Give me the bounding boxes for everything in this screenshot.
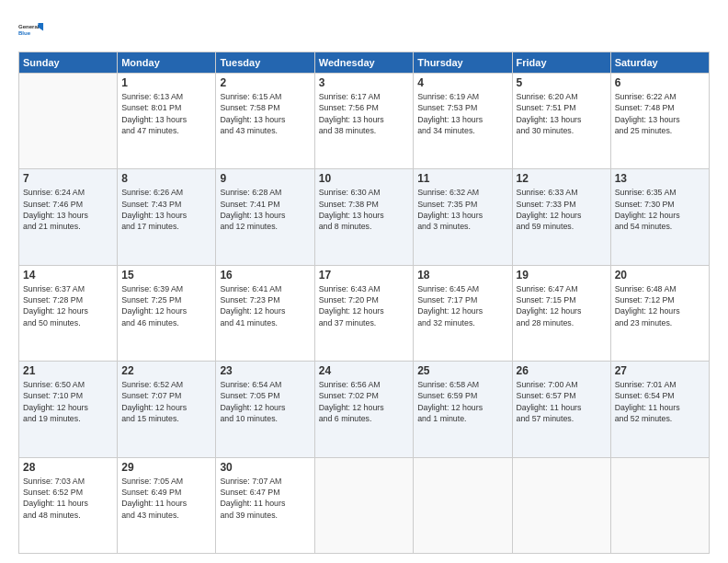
calendar-cell: 25Sunrise: 6:58 AM Sunset: 6:59 PM Dayli… [414, 362, 512, 457]
day-number: 30 [220, 461, 310, 474]
calendar-cell [610, 457, 709, 553]
day-number: 15 [121, 269, 211, 282]
day-info: Sunrise: 6:43 AM Sunset: 7:20 PM Dayligh… [319, 283, 409, 328]
day-info: Sunrise: 6:15 AM Sunset: 7:58 PM Dayligh… [220, 91, 310, 136]
calendar-cell: 12Sunrise: 6:33 AM Sunset: 7:33 PM Dayli… [512, 169, 610, 265]
day-number: 27 [615, 364, 705, 377]
calendar-cell: 14Sunrise: 6:37 AM Sunset: 7:28 PM Dayli… [19, 265, 118, 361]
day-number: 22 [121, 364, 211, 377]
day-number: 8 [121, 172, 211, 185]
day-info: Sunrise: 6:48 AM Sunset: 7:12 PM Dayligh… [615, 283, 705, 328]
calendar-cell: 22Sunrise: 6:52 AM Sunset: 7:07 PM Dayli… [118, 362, 216, 457]
calendar-header: SundayMondayTuesdayWednesdayThursdayFrid… [19, 52, 710, 74]
day-info: Sunrise: 6:17 AM Sunset: 7:56 PM Dayligh… [319, 91, 409, 136]
weekday-monday: Monday [118, 52, 216, 74]
weekday-wednesday: Wednesday [314, 52, 413, 74]
calendar-cell [314, 457, 413, 553]
svg-text:General: General [18, 24, 40, 29]
calendar-cell: 2Sunrise: 6:15 AM Sunset: 7:58 PM Daylig… [216, 74, 314, 169]
day-info: Sunrise: 7:07 AM Sunset: 6:47 PM Dayligh… [220, 476, 310, 521]
day-number: 3 [319, 76, 409, 89]
calendar-cell: 30Sunrise: 7:07 AM Sunset: 6:47 PM Dayli… [216, 457, 314, 553]
day-number: 28 [23, 461, 113, 474]
day-number: 7 [23, 172, 113, 185]
day-number: 5 [517, 76, 607, 89]
calendar-cell: 4Sunrise: 6:19 AM Sunset: 7:53 PM Daylig… [414, 74, 512, 169]
day-info: Sunrise: 6:47 AM Sunset: 7:15 PM Dayligh… [517, 283, 607, 328]
day-number: 13 [615, 172, 705, 185]
day-info: Sunrise: 7:01 AM Sunset: 6:54 PM Dayligh… [615, 379, 705, 424]
weekday-tuesday: Tuesday [216, 52, 314, 74]
logo-icon: GeneralBlue [18, 17, 44, 42]
calendar-cell: 7Sunrise: 6:24 AM Sunset: 7:46 PM Daylig… [19, 169, 118, 265]
day-info: Sunrise: 6:26 AM Sunset: 7:43 PM Dayligh… [121, 187, 211, 232]
calendar-week-4: 21Sunrise: 6:50 AM Sunset: 7:10 PM Dayli… [19, 362, 710, 457]
calendar-cell: 6Sunrise: 6:22 AM Sunset: 7:48 PM Daylig… [610, 74, 709, 169]
calendar-cell: 24Sunrise: 6:56 AM Sunset: 7:02 PM Dayli… [314, 362, 413, 457]
calendar-cell: 23Sunrise: 6:54 AM Sunset: 7:05 PM Dayli… [216, 362, 314, 457]
day-info: Sunrise: 6:30 AM Sunset: 7:38 PM Dayligh… [319, 187, 409, 232]
weekday-friday: Friday [512, 52, 610, 74]
day-number: 1 [121, 76, 211, 89]
day-info: Sunrise: 6:33 AM Sunset: 7:33 PM Dayligh… [517, 187, 607, 232]
day-info: Sunrise: 6:41 AM Sunset: 7:23 PM Dayligh… [220, 283, 310, 328]
calendar-cell: 27Sunrise: 7:01 AM Sunset: 6:54 PM Dayli… [610, 362, 709, 457]
day-number: 17 [319, 269, 409, 282]
day-info: Sunrise: 6:28 AM Sunset: 7:41 PM Dayligh… [220, 187, 310, 232]
day-number: 2 [220, 76, 310, 89]
page: GeneralBlue SundayMondayTuesdayWednesday… [0, 0, 728, 563]
day-info: Sunrise: 6:54 AM Sunset: 7:05 PM Dayligh… [220, 379, 310, 424]
day-info: Sunrise: 6:37 AM Sunset: 7:28 PM Dayligh… [23, 283, 113, 328]
calendar-cell: 13Sunrise: 6:35 AM Sunset: 7:30 PM Dayli… [610, 169, 709, 265]
day-info: Sunrise: 6:39 AM Sunset: 7:25 PM Dayligh… [121, 283, 211, 328]
day-info: Sunrise: 6:13 AM Sunset: 8:01 PM Dayligh… [121, 91, 211, 136]
day-info: Sunrise: 6:45 AM Sunset: 7:17 PM Dayligh… [417, 283, 507, 328]
day-number: 10 [319, 172, 409, 185]
logo: GeneralBlue [18, 17, 44, 42]
calendar-cell: 1Sunrise: 6:13 AM Sunset: 8:01 PM Daylig… [118, 74, 216, 169]
weekday-saturday: Saturday [610, 52, 709, 74]
day-info: Sunrise: 6:20 AM Sunset: 7:51 PM Dayligh… [517, 91, 607, 136]
day-info: Sunrise: 6:52 AM Sunset: 7:07 PM Dayligh… [121, 379, 211, 424]
day-info: Sunrise: 7:03 AM Sunset: 6:52 PM Dayligh… [23, 476, 113, 521]
day-info: Sunrise: 6:35 AM Sunset: 7:30 PM Dayligh… [615, 187, 705, 232]
day-number: 14 [23, 269, 113, 282]
day-number: 9 [220, 172, 310, 185]
calendar-cell: 20Sunrise: 6:48 AM Sunset: 7:12 PM Dayli… [610, 265, 709, 361]
day-number: 29 [121, 461, 211, 474]
calendar-cell: 9Sunrise: 6:28 AM Sunset: 7:41 PM Daylig… [216, 169, 314, 265]
day-info: Sunrise: 6:56 AM Sunset: 7:02 PM Dayligh… [319, 379, 409, 424]
calendar-body: 1Sunrise: 6:13 AM Sunset: 8:01 PM Daylig… [19, 74, 710, 554]
calendar-cell: 8Sunrise: 6:26 AM Sunset: 7:43 PM Daylig… [118, 169, 216, 265]
day-number: 23 [220, 364, 310, 377]
calendar-cell [414, 457, 512, 553]
day-number: 21 [23, 364, 113, 377]
calendar-table: SundayMondayTuesdayWednesdayThursdayFrid… [18, 52, 710, 554]
day-info: Sunrise: 6:24 AM Sunset: 7:46 PM Dayligh… [23, 187, 113, 232]
day-number: 25 [417, 364, 507, 377]
day-number: 4 [417, 76, 507, 89]
day-number: 19 [517, 269, 607, 282]
calendar-week-2: 7Sunrise: 6:24 AM Sunset: 7:46 PM Daylig… [19, 169, 710, 265]
day-info: Sunrise: 6:58 AM Sunset: 6:59 PM Dayligh… [417, 379, 507, 424]
calendar-cell: 18Sunrise: 6:45 AM Sunset: 7:17 PM Dayli… [414, 265, 512, 361]
weekday-thursday: Thursday [414, 52, 512, 74]
day-number: 16 [220, 269, 310, 282]
calendar-cell: 5Sunrise: 6:20 AM Sunset: 7:51 PM Daylig… [512, 74, 610, 169]
calendar-cell: 19Sunrise: 6:47 AM Sunset: 7:15 PM Dayli… [512, 265, 610, 361]
day-info: Sunrise: 6:32 AM Sunset: 7:35 PM Dayligh… [417, 187, 507, 232]
calendar-cell: 17Sunrise: 6:43 AM Sunset: 7:20 PM Dayli… [314, 265, 413, 361]
calendar-cell: 29Sunrise: 7:05 AM Sunset: 6:49 PM Dayli… [118, 457, 216, 553]
svg-text:Blue: Blue [18, 30, 31, 36]
calendar-cell: 21Sunrise: 6:50 AM Sunset: 7:10 PM Dayli… [19, 362, 118, 457]
day-number: 18 [417, 269, 507, 282]
day-info: Sunrise: 6:19 AM Sunset: 7:53 PM Dayligh… [417, 91, 507, 136]
day-number: 6 [615, 76, 705, 89]
calendar-week-1: 1Sunrise: 6:13 AM Sunset: 8:01 PM Daylig… [19, 74, 710, 169]
calendar-cell: 11Sunrise: 6:32 AM Sunset: 7:35 PM Dayli… [414, 169, 512, 265]
weekday-header-row: SundayMondayTuesdayWednesdayThursdayFrid… [19, 52, 710, 74]
day-number: 11 [417, 172, 507, 185]
day-info: Sunrise: 6:50 AM Sunset: 7:10 PM Dayligh… [23, 379, 113, 424]
calendar-cell [512, 457, 610, 553]
calendar-cell: 3Sunrise: 6:17 AM Sunset: 7:56 PM Daylig… [314, 74, 413, 169]
